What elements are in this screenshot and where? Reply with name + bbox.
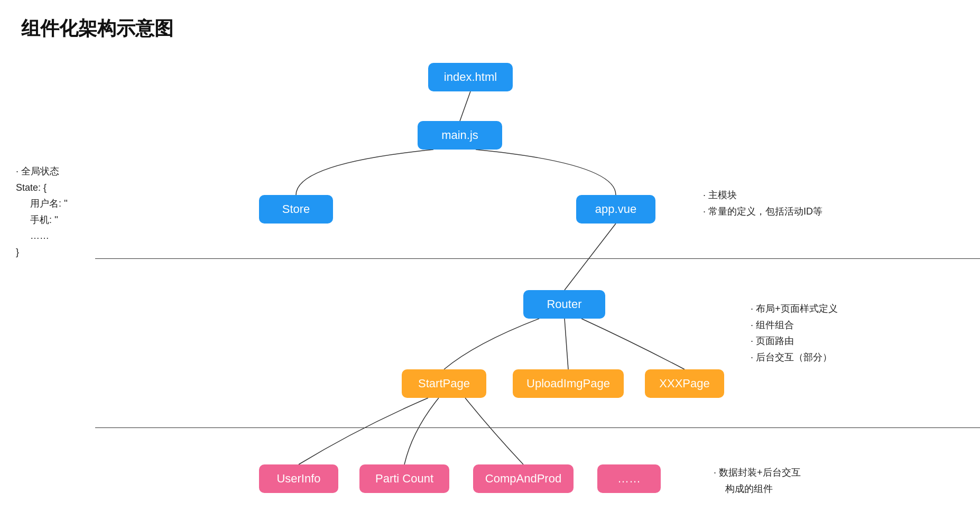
svg-line-2 xyxy=(565,319,568,369)
node-user-info: UserInfo xyxy=(259,464,338,493)
node-store: Store xyxy=(259,195,333,224)
node-dots: …… xyxy=(597,464,661,493)
node-comp-prod: CompAndProd xyxy=(473,464,574,493)
diagram-container: index.html main.js Store app.vue Router … xyxy=(0,47,980,521)
node-parti-count: Parti Count xyxy=(359,464,449,493)
divider-bottom xyxy=(95,427,980,428)
annotation-right-bot: · 数据封装+后台交互 构成的组件 xyxy=(714,464,801,497)
annotation-left-top: · 全局状态 State: { 用户名: '' 手机: '' …… } xyxy=(16,163,68,260)
annotation-right-top: · 主模块 · 常量的定义，包括活动ID等 xyxy=(703,187,822,219)
node-main-js: main.js xyxy=(418,121,502,150)
node-index-html: index.html xyxy=(428,63,513,91)
svg-line-0 xyxy=(460,91,470,121)
divider-top xyxy=(95,258,980,259)
svg-line-1 xyxy=(565,224,616,290)
node-upload-page: UploadImgPage xyxy=(513,369,624,398)
annotation-right-mid: · 布局+页面样式定义 · 组件组合 · 页面路由 · 后台交互（部分） xyxy=(751,301,838,365)
node-xxx-page: XXXPage xyxy=(645,369,724,398)
node-app-vue: app.vue xyxy=(576,195,655,224)
page-title: 组件化架构示意图 xyxy=(0,0,980,47)
connections-svg xyxy=(0,47,980,521)
node-start-page: StartPage xyxy=(402,369,486,398)
node-router: Router xyxy=(523,290,605,319)
